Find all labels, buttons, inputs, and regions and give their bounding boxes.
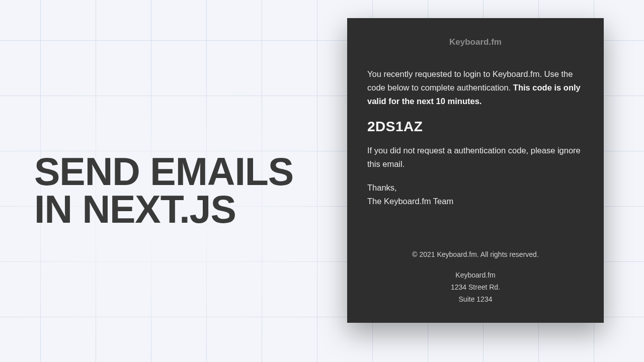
signoff-thanks: Thanks, bbox=[367, 181, 584, 195]
email-intro-paragraph: You recently requested to login to Keybo… bbox=[367, 67, 584, 109]
footer-street: 1234 Street Rd. bbox=[367, 282, 584, 294]
footer-copyright: © 2021 Keyboard.fm. All rights reserved. bbox=[367, 249, 584, 261]
email-brand: Keyboard.fm bbox=[367, 37, 584, 47]
headline-line-1: SEND EMAILS bbox=[34, 153, 293, 191]
footer-suite: Suite 1234 bbox=[367, 294, 584, 306]
footer-company: Keyboard.fm bbox=[367, 269, 584, 282]
email-signoff: Thanks, The Keyboard.fm Team bbox=[367, 181, 584, 208]
email-ignore-text: If you did not request a authentication … bbox=[367, 144, 584, 171]
signoff-team: The Keyboard.fm Team bbox=[367, 195, 584, 208]
auth-code: 2DS1AZ bbox=[367, 119, 584, 135]
page-headline: SEND EMAILS IN NEXT.JS bbox=[34, 153, 293, 229]
headline-line-2: IN NEXT.JS bbox=[34, 191, 293, 228]
email-footer: © 2021 Keyboard.fm. All rights reserved.… bbox=[367, 249, 584, 306]
email-preview-card: Keyboard.fm You recently requested to lo… bbox=[347, 18, 604, 323]
